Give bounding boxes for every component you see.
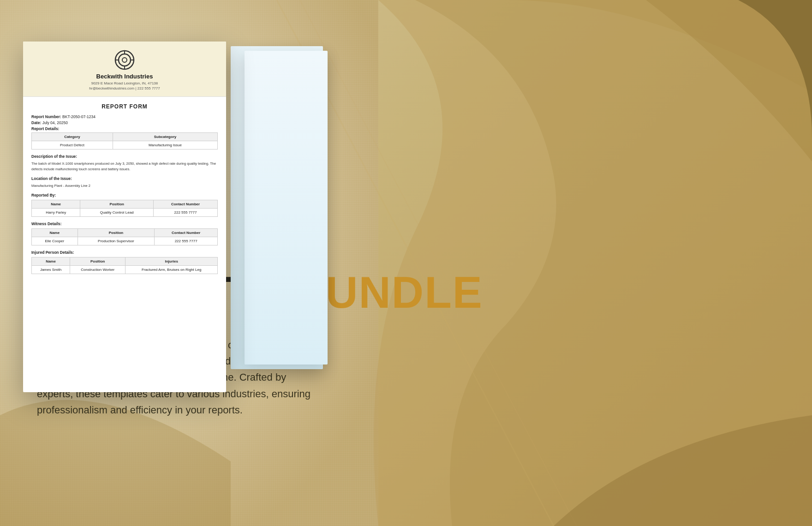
injured-title: Injured Person Details: (31, 250, 218, 255)
injured-name-header: Name (32, 257, 70, 266)
description-title: Description of the Issue: (31, 154, 218, 159)
company-name: Beckwith Industries (32, 73, 217, 80)
contact-number-header: Contact Number (154, 200, 218, 209)
svg-point-4 (122, 58, 127, 62)
location-text: Manufacturing Plant - Assembly Line 2 (31, 183, 218, 188)
doc-title: REPORT FORM (31, 103, 218, 110)
witness-position: Production Supervisor (78, 237, 155, 245)
witness-name-header: Name (32, 229, 78, 237)
date-label: Date: (31, 120, 41, 125)
injured-position: Construction Worker (70, 266, 125, 274)
address-line: 9029 E Mace Road Lexington, IN, 47138 (91, 81, 158, 85)
reported-by-title: Reported By: (31, 193, 218, 197)
report-details-heading: Report Details: (31, 126, 59, 131)
main-document-card: Beckwith Industries 9029 E Mace Road Lex… (23, 42, 226, 392)
reporter-contact: 222 555 7777 (154, 209, 218, 217)
company-address: 9029 E Mace Road Lexington, IN, 47138 hr… (32, 81, 217, 91)
category-cell: Product Defect (32, 141, 113, 149)
reporter-position: Quality Control Lead (80, 209, 154, 217)
table-row: Product Defect Manufacturing Issue (32, 141, 218, 149)
witness-position-header: Position (78, 229, 155, 237)
table-row: James Smith Construction Worker Fracture… (32, 266, 218, 274)
name-header: Name (32, 200, 80, 209)
injured-position-header: Position (70, 257, 125, 266)
position-header: Position (80, 200, 154, 209)
contact-line: hr@beckwithindustries.com | 222 555 7777 (89, 86, 160, 90)
date-value: July 04, 20250 (42, 120, 68, 125)
injured-injuries: Fractured Arm, Bruises on Right Leg (125, 266, 218, 274)
doc-header: Beckwith Industries 9029 E Mace Road Lex… (23, 42, 226, 97)
company-logo (114, 50, 135, 70)
witness-contact: 222 555 7777 (155, 237, 218, 245)
injured-table: Name Position Injuries James Smith Const… (31, 257, 218, 274)
reporter-name: Harry Farley (32, 209, 80, 217)
date-field: Date: July 04, 20250 (31, 120, 218, 125)
report-details-label: Report Details: (31, 126, 218, 131)
doc-body: REPORT FORM Report Number: BKT-2050-07-1… (23, 97, 226, 284)
category-table: Category Subcategory Product Defect Manu… (31, 132, 218, 149)
subcategory-header: Subcategory (113, 133, 217, 141)
report-number-field: Report Number: BKT-2050-07-1234 (31, 114, 218, 119)
report-number-label: Report Number: (31, 114, 61, 119)
category-header: Category (32, 133, 113, 141)
witness-name: Elle Cooper (32, 237, 78, 245)
reported-by-table: Name Position Contact Number Harry Farle… (31, 200, 218, 217)
witness-contact-header: Contact Number (155, 229, 218, 237)
table-row: Elle Cooper Production Supervisor 222 55… (32, 237, 218, 245)
subcategory-cell: Manufacturing Issue (113, 141, 217, 149)
injured-name: James Smith (32, 266, 70, 274)
witness-title: Witness Details: (31, 221, 218, 226)
table-row: Harry Farley Quality Control Lead 222 55… (32, 209, 218, 217)
injured-injuries-header: Injuries (125, 257, 218, 266)
doc-card-behind2 (245, 51, 328, 365)
location-title: Location of the Issue: (31, 176, 218, 181)
svg-point-3 (119, 54, 131, 66)
description-text: The batch of Model X-1000 smartphones pr… (31, 161, 218, 172)
report-number-value: BKT-2050-07-1234 (62, 114, 96, 119)
witness-table: Name Position Contact Number Elle Cooper… (31, 228, 218, 245)
